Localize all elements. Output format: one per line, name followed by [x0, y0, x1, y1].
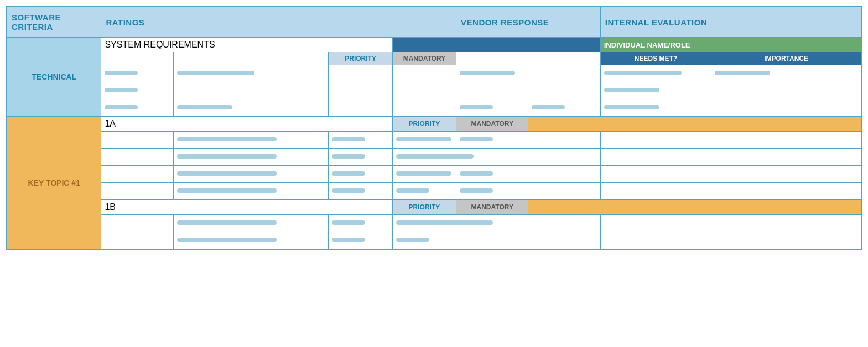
kt-data-row-3	[7, 166, 861, 183]
kt-1b-r1-c6	[528, 215, 600, 232]
kt-data-row-2	[7, 149, 861, 166]
kt-r1-c5	[456, 132, 528, 149]
header-ratings: RATINGS	[101, 7, 456, 38]
kt-r4-c6	[528, 183, 600, 200]
td-r2-c6	[528, 82, 600, 99]
td-r2-c3	[329, 82, 392, 99]
td-r1-c8	[711, 65, 861, 82]
1b-priority: PRIORITY	[392, 200, 456, 215]
kt-1b-r1-c5	[456, 215, 528, 232]
keytopic1-1b-row: 1B PRIORITY MANDATORY	[7, 200, 861, 215]
kt-r3-c7	[600, 166, 711, 183]
1b-header: 1B	[101, 200, 392, 215]
system-req-header: SYSTEM REQUIREMENTS	[101, 38, 392, 52]
tech-data-row-1	[7, 65, 861, 82]
kt-r3-c8	[711, 166, 861, 183]
1a-header: 1A	[101, 117, 392, 132]
technical-category: TECHNICAL	[7, 38, 101, 117]
kt-1b-r1-c1	[101, 215, 173, 232]
td-r2-c8	[711, 82, 861, 99]
kt-1b-r1-c3	[329, 215, 392, 232]
td-r3-c2	[173, 99, 329, 117]
td-r3-c4	[392, 99, 456, 117]
kt-r4-c5	[456, 183, 528, 200]
header-internal: INTERNAL EVALUATION	[600, 7, 861, 38]
technical-section-row: TECHNICAL SYSTEM REQUIREMENTS INDIVIDUAL…	[7, 38, 861, 52]
kt-data-row-1	[7, 132, 861, 149]
kt-r2-c3	[329, 149, 392, 166]
1a-priority: PRIORITY	[392, 117, 456, 132]
kt-r3-c3	[329, 166, 392, 183]
subh-vendor1	[456, 52, 528, 65]
kt-1b-r1-c2	[173, 215, 329, 232]
1a-right-fill	[528, 117, 861, 132]
kt-r1-c1	[101, 132, 173, 149]
td-r3-c1	[101, 99, 173, 117]
keytopic1-1a-row: KEY TOPIC #1 1A PRIORITY MANDATORY	[7, 117, 861, 132]
subh-col1	[101, 52, 173, 65]
kt-r3-c2	[173, 166, 329, 183]
main-header-row: SOFTWARE CRITERIA RATINGS VENDOR RESPONS…	[7, 7, 861, 38]
kt-1b-r2-c3	[329, 232, 392, 249]
kt-r1-c7	[600, 132, 711, 149]
dark-blue-vendor	[456, 38, 601, 52]
keytopic1-category: KEY TOPIC #1	[7, 117, 101, 249]
td-r2-c4	[392, 82, 456, 99]
1a-mandatory: MANDATORY	[456, 117, 528, 132]
subh-vendor2	[528, 52, 600, 65]
td-r1-c6	[528, 65, 600, 82]
subh-mandatory: MANDATORY	[392, 52, 456, 65]
kt-r4-c2	[173, 183, 329, 200]
td-r1-c1	[101, 65, 173, 82]
td-r2-c1	[101, 82, 173, 99]
td-r3-c8	[711, 99, 861, 117]
kt-r4-c1	[101, 183, 173, 200]
1b-mandatory: MANDATORY	[456, 200, 528, 215]
kt-r4-c4	[392, 183, 456, 200]
kt-r2-c1	[101, 149, 173, 166]
subh-needs-met: NEEDS MET?	[600, 52, 711, 65]
kt-1b-r1-c7	[600, 215, 711, 232]
td-r2-c7	[600, 82, 711, 99]
kt-r4-c7	[600, 183, 711, 200]
tech-subheader-row: PRIORITY MANDATORY NEEDS MET? IMPORTANCE	[7, 52, 861, 65]
kt-r1-c4	[392, 132, 456, 149]
kt-r3-c6	[528, 166, 600, 183]
kt-r1-c8	[711, 132, 861, 149]
td-r1-c2	[173, 65, 329, 82]
kt-1b-r1-c8	[711, 215, 861, 232]
kt-1b-r2-c1	[101, 232, 173, 249]
kt-data-row-4	[7, 183, 861, 200]
kt-1b-row-2	[7, 232, 861, 249]
main-table-wrapper: SOFTWARE CRITERIA RATINGS VENDOR RESPONS…	[6, 6, 862, 250]
header-software-criteria: SOFTWARE CRITERIA	[7, 7, 101, 38]
kt-r3-c5	[456, 166, 528, 183]
td-r3-c5	[456, 99, 528, 117]
td-r1-c7	[600, 65, 711, 82]
td-r1-c5	[456, 65, 528, 82]
kt-r2-c8	[711, 149, 861, 166]
kt-r3-c4	[392, 166, 456, 183]
kt-1b-r2-c5	[456, 232, 528, 249]
td-r3-c3	[329, 99, 392, 117]
td-r3-c6	[528, 99, 600, 117]
kt-1b-r2-c4	[392, 232, 456, 249]
subh-col2	[173, 52, 329, 65]
kt-1b-r2-c7	[600, 232, 711, 249]
kt-1b-r1-c4	[392, 215, 456, 232]
subh-importance: IMPORTANCE	[711, 52, 861, 65]
kt-r2-c7	[600, 149, 711, 166]
subh-priority: PRIORITY	[329, 52, 392, 65]
kt-r2-c4	[392, 149, 456, 166]
td-r3-c7	[600, 99, 711, 117]
kt-r2-c6	[528, 149, 600, 166]
td-r2-c5	[456, 82, 528, 99]
kt-1b-r2-c2	[173, 232, 329, 249]
kt-r1-c6	[528, 132, 600, 149]
kt-1b-r2-c8	[711, 232, 861, 249]
td-r2-c2	[173, 82, 329, 99]
kt-r1-c3	[329, 132, 392, 149]
kt-r1-c2	[173, 132, 329, 149]
td-r1-c4	[392, 65, 456, 82]
kt-r4-c8	[711, 183, 861, 200]
